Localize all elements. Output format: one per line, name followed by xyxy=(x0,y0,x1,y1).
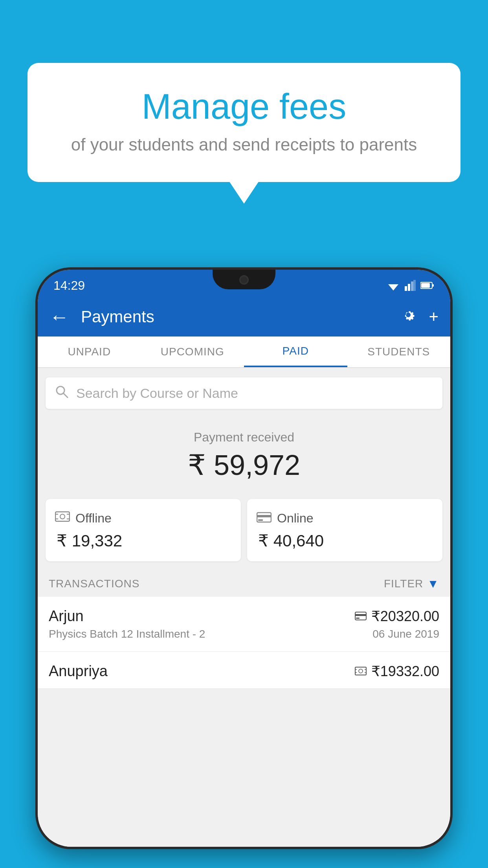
payment-section: Payment received ₹ 59,972 xyxy=(38,418,450,499)
transaction-course: Physics Batch 12 Installment - 2 xyxy=(49,628,205,640)
transaction-name: Arjun xyxy=(49,608,84,625)
settings-button[interactable] xyxy=(400,306,417,327)
payment-amount: ₹ 59,972 xyxy=(46,449,442,482)
transaction-amount: ₹19332.00 xyxy=(371,663,439,680)
online-card: Online ₹ 40,640 xyxy=(247,499,442,561)
notch xyxy=(213,270,275,289)
offline-card-header: Offline xyxy=(55,510,231,526)
signal-icon xyxy=(405,280,416,291)
payment-type-icon xyxy=(355,610,367,623)
online-amount: ₹ 40,640 xyxy=(257,531,433,550)
svg-rect-11 xyxy=(55,512,70,521)
gear-icon xyxy=(400,306,417,324)
transaction-item[interactable]: Anupriya xyxy=(38,652,450,689)
tab-paid[interactable]: PAID xyxy=(244,337,347,367)
app-bar: ← Payments + xyxy=(38,297,450,337)
svg-rect-8 xyxy=(421,283,430,288)
filter-label: FILTER xyxy=(384,577,423,590)
magnifier-icon xyxy=(55,385,68,398)
offline-amount: ₹ 19,332 xyxy=(55,531,231,550)
transaction-row: Arjun ₹20320.00 xyxy=(49,608,439,625)
bubble-subtitle: of your students and send receipts to pa… xyxy=(59,135,429,154)
svg-point-24 xyxy=(359,669,363,673)
transaction-date: 06 June 2019 xyxy=(372,628,439,640)
credit-card-icon xyxy=(257,512,272,523)
svg-rect-4 xyxy=(411,281,413,291)
offline-icon xyxy=(55,510,70,526)
filter-icon: ▼ xyxy=(427,577,439,590)
speech-bubble: Manage fees of your students and send re… xyxy=(28,63,460,182)
tab-upcoming[interactable]: UPCOMING xyxy=(141,337,244,367)
transactions-label: TRANSACTIONS xyxy=(49,577,139,590)
svg-rect-21 xyxy=(355,614,366,616)
payment-label: Payment received xyxy=(46,430,442,445)
battery-icon xyxy=(420,281,435,289)
offline-card: Offline ₹ 19,332 xyxy=(46,499,241,561)
transaction-amount-wrap: ₹19332.00 xyxy=(355,663,439,680)
search-placeholder: Search by Course or Name xyxy=(76,386,238,401)
svg-rect-19 xyxy=(258,519,263,521)
banknote-small-icon xyxy=(355,667,367,675)
filter-button[interactable]: FILTER ▼ xyxy=(384,577,439,590)
status-icons xyxy=(387,276,435,291)
bubble-title: Manage fees xyxy=(59,86,429,127)
banknote-icon xyxy=(55,510,70,523)
svg-rect-22 xyxy=(356,618,360,619)
svg-rect-5 xyxy=(413,280,416,291)
tabs: UNPAID UPCOMING PAID STUDENTS xyxy=(38,337,450,368)
app-title: Payments xyxy=(77,307,392,326)
transaction-name: Anupriya xyxy=(49,663,108,680)
search-bar[interactable]: Search by Course or Name xyxy=(46,377,442,409)
card-icon xyxy=(355,612,367,620)
tab-unpaid[interactable]: UNPAID xyxy=(38,337,141,367)
online-icon xyxy=(257,510,272,526)
transaction-row: Anupriya xyxy=(49,663,439,680)
wifi-icon xyxy=(387,280,400,291)
online-card-header: Online xyxy=(257,510,433,526)
svg-rect-2 xyxy=(405,286,407,291)
search-icon xyxy=(55,385,68,402)
status-time: 14:29 xyxy=(53,274,85,293)
app-bar-icons: + xyxy=(400,306,438,327)
phone-frame: 14:29 xyxy=(35,267,453,849)
transaction-amount-wrap: ₹20320.00 xyxy=(355,608,439,625)
tab-students[interactable]: STUDENTS xyxy=(347,337,451,367)
transaction-detail: Physics Batch 12 Installment - 2 06 June… xyxy=(49,628,439,640)
add-button[interactable]: + xyxy=(429,307,438,326)
online-type: Online xyxy=(277,511,314,526)
camera xyxy=(239,275,249,285)
background: Manage fees of your students and send re… xyxy=(0,0,488,868)
payment-cards: Offline ₹ 19,332 xyxy=(46,499,442,561)
transactions-header: TRANSACTIONS FILTER ▼ xyxy=(38,571,450,597)
svg-rect-3 xyxy=(408,284,410,291)
payment-type-icon xyxy=(355,665,367,678)
transaction-item[interactable]: Arjun ₹20320.00 xyxy=(38,597,450,652)
svg-rect-7 xyxy=(432,284,434,287)
offline-type: Offline xyxy=(75,511,112,526)
svg-line-10 xyxy=(63,393,68,397)
back-button[interactable]: ← xyxy=(50,305,69,328)
content-area: Search by Course or Name Payment receive… xyxy=(38,368,450,847)
svg-point-12 xyxy=(60,514,65,519)
transaction-amount: ₹20320.00 xyxy=(371,608,439,625)
svg-rect-23 xyxy=(355,667,366,675)
phone-screen: 14:29 xyxy=(38,270,450,847)
svg-rect-18 xyxy=(257,515,271,517)
